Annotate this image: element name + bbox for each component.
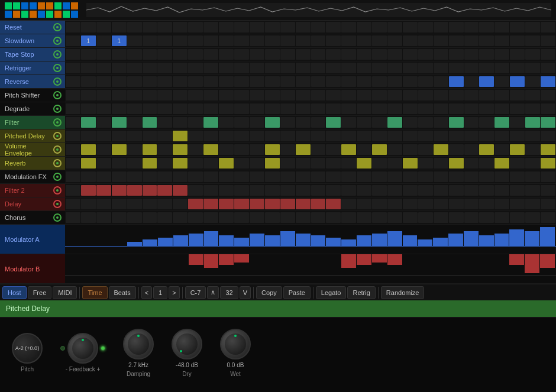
cell[interactable] (173, 158, 188, 169)
cell[interactable] (357, 35, 371, 46)
cell[interactable] (387, 158, 402, 169)
cell[interactable] (403, 90, 418, 101)
row-label-mod-fx[interactable]: Modulation FX (0, 170, 65, 183)
cell[interactable] (525, 185, 540, 196)
cell[interactable] (387, 103, 402, 114)
cell[interactable] (403, 144, 418, 155)
cell[interactable] (372, 212, 387, 223)
cell[interactable] (234, 49, 249, 60)
cell[interactable] (265, 158, 280, 169)
cell[interactable] (250, 144, 264, 155)
cell[interactable] (265, 103, 280, 114)
cell[interactable] (188, 76, 203, 87)
cell[interactable] (479, 199, 494, 209)
cell[interactable] (418, 212, 433, 223)
cell[interactable] (434, 131, 448, 141)
cell[interactable] (188, 103, 203, 114)
cell[interactable] (341, 103, 356, 114)
cell[interactable] (280, 76, 295, 87)
cell[interactable] (81, 22, 96, 33)
cell[interactable] (341, 144, 356, 155)
cell[interactable] (311, 90, 326, 101)
cell[interactable] (127, 158, 142, 169)
cell[interactable] (449, 22, 464, 33)
cell[interactable] (311, 171, 326, 182)
cell[interactable] (387, 185, 402, 196)
cell[interactable] (449, 63, 464, 73)
cell[interactable] (479, 131, 494, 141)
cell[interactable] (66, 212, 80, 223)
cell[interactable] (296, 117, 311, 128)
cell[interactable] (234, 90, 249, 101)
step32-value[interactable]: 32 (220, 286, 238, 299)
cell[interactable] (81, 158, 96, 169)
cell[interactable] (127, 185, 142, 196)
cell[interactable] (203, 35, 218, 46)
cell[interactable] (173, 185, 188, 196)
cell[interactable] (188, 117, 203, 128)
cell[interactable] (265, 144, 280, 155)
cell[interactable] (311, 131, 326, 141)
cell[interactable] (525, 22, 540, 33)
row-label-chorus[interactable]: Chorus (0, 211, 65, 224)
cell[interactable] (96, 35, 111, 46)
cell[interactable] (311, 117, 326, 128)
cell[interactable] (81, 49, 96, 60)
row-label-retrigger[interactable]: Retrigger (0, 61, 65, 74)
cell[interactable] (357, 212, 371, 223)
cell[interactable] (203, 158, 218, 169)
cell[interactable] (326, 171, 341, 182)
cell[interactable] (541, 158, 555, 169)
cell[interactable] (418, 49, 433, 60)
cell[interactable] (449, 49, 464, 60)
cell[interactable] (127, 22, 142, 33)
cell[interactable] (494, 131, 509, 141)
cell[interactable] (387, 35, 402, 46)
cell[interactable] (250, 22, 264, 33)
cell[interactable] (479, 76, 494, 87)
cell[interactable] (479, 158, 494, 169)
cell[interactable] (449, 212, 464, 223)
cell[interactable] (464, 144, 479, 155)
cell[interactable] (157, 158, 172, 169)
cell[interactable] (280, 131, 295, 141)
cell[interactable] (372, 76, 387, 87)
row-label-filter2[interactable]: Filter 2 (0, 184, 65, 197)
cell[interactable] (188, 212, 203, 223)
cell[interactable] (234, 22, 249, 33)
cell[interactable] (525, 49, 540, 60)
cell[interactable] (96, 212, 111, 223)
cell[interactable] (96, 103, 111, 114)
cell[interactable] (326, 90, 341, 101)
cell[interactable] (434, 185, 448, 196)
cell[interactable] (296, 199, 311, 209)
cell[interactable] (525, 212, 540, 223)
cell[interactable] (464, 171, 479, 182)
cell[interactable] (265, 171, 280, 182)
cell[interactable] (127, 199, 142, 209)
cell[interactable] (112, 212, 127, 223)
cell[interactable] (464, 158, 479, 169)
cell[interactable] (372, 90, 387, 101)
cell[interactable] (434, 158, 448, 169)
copy-button[interactable]: Copy (256, 286, 282, 299)
cell[interactable] (250, 117, 264, 128)
cell[interactable] (510, 185, 525, 196)
cell[interactable] (357, 199, 371, 209)
cell[interactable] (157, 185, 172, 196)
cell[interactable] (280, 144, 295, 155)
cell[interactable] (357, 103, 371, 114)
cell[interactable] (449, 144, 464, 155)
cell[interactable] (250, 103, 264, 114)
cell[interactable] (219, 144, 234, 155)
cell[interactable] (219, 199, 234, 209)
cell[interactable] (188, 144, 203, 155)
cell[interactable] (143, 144, 157, 155)
cell[interactable] (510, 35, 525, 46)
cell[interactable] (143, 103, 157, 114)
cell[interactable] (96, 76, 111, 87)
cell[interactable] (525, 63, 540, 73)
cell[interactable]: 1 (112, 35, 127, 46)
cell[interactable] (96, 158, 111, 169)
cell[interactable] (372, 158, 387, 169)
